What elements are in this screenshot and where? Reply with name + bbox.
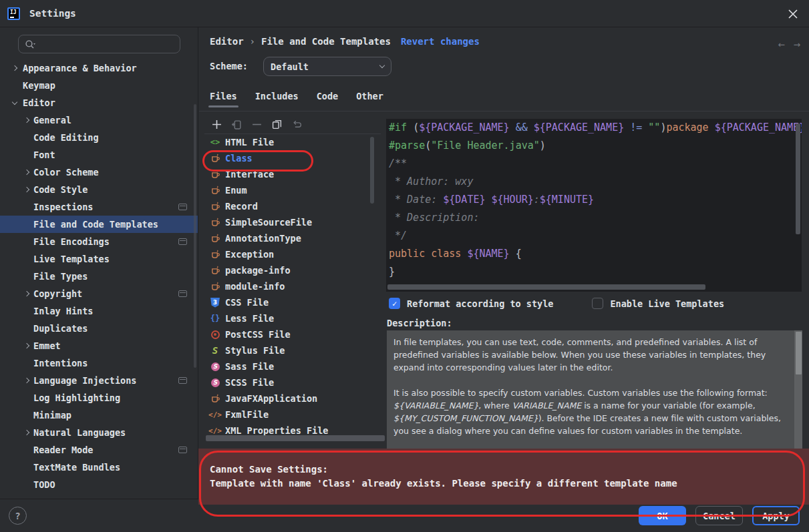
template-item-record[interactable]: Record [204, 198, 381, 214]
breadcrumb-editor[interactable]: Editor [210, 36, 244, 47]
chevron-right-icon[interactable] [9, 63, 20, 73]
template-item-css-file[interactable]: 3CSS File [204, 294, 381, 310]
sidebar-item-label: Duplicates [33, 323, 88, 334]
reformat-checkbox[interactable]: ✓ Reformat according to style [389, 298, 553, 309]
search-input[interactable] [18, 35, 180, 53]
template-list-hscrollbar[interactable] [206, 435, 385, 441]
forward-arrow-icon[interactable]: → [794, 37, 800, 51]
template-item-html-file[interactable]: <>HTML File [204, 134, 381, 150]
revert-changes-link[interactable]: Revert changes [401, 36, 480, 47]
postcss-file-icon [210, 329, 220, 340]
sidebar-item-editor[interactable]: Editor [0, 94, 198, 111]
sidebar-item-keymap[interactable]: Keymap [0, 77, 198, 94]
sidebar-item-natural-languages[interactable]: Natural Languages [0, 424, 198, 441]
template-name: FxmlFile [225, 409, 269, 420]
template-item-javafxapplication[interactable]: JavaFXApplication [204, 390, 381, 407]
sidebar-item-log-highlighting[interactable]: Log Highlighting [0, 389, 198, 407]
template-name: HTML File [225, 137, 274, 148]
sidebar-item-file-and-code-templates[interactable]: File and Code Templates [0, 216, 198, 233]
chevron-right-icon[interactable] [21, 115, 32, 125]
template-item-scss-file[interactable]: SSCSS File [204, 374, 381, 390]
cancel-button[interactable]: Cancel [695, 506, 743, 525]
chevron-right-icon[interactable] [21, 167, 32, 178]
sidebar-item-live-templates[interactable]: Live Templates [0, 250, 198, 268]
add-icon[interactable] [210, 118, 223, 131]
chevron-right-icon[interactable] [21, 288, 32, 299]
template-item-interface[interactable]: Interface [204, 166, 381, 182]
sidebar-item-textmate-bundles[interactable]: TextMate Bundles [0, 459, 198, 476]
sidebar-item-label: Editor [23, 97, 55, 108]
sidebar-scrollbar[interactable] [194, 104, 196, 368]
sidebar-item-file-encodings[interactable]: File Encodings [0, 233, 198, 250]
sidebar-item-minimap[interactable]: Minimap [0, 407, 198, 424]
apply-button[interactable]: Apply [752, 506, 800, 525]
sidebar-item-label: File and Code Templates [33, 219, 158, 230]
live-templates-label: Enable Live Templates [610, 298, 724, 309]
sidebar-item-label: Code Style [33, 184, 88, 195]
editor-vscrollbar[interactable] [796, 123, 800, 234]
sidebar-item-code-editing[interactable]: Code Editing [0, 129, 198, 146]
back-arrow-icon[interactable]: ← [778, 37, 785, 51]
template-item-class[interactable]: Class [204, 150, 381, 166]
enable-live-templates-checkbox[interactable]: Enable Live Templates [592, 298, 724, 309]
sidebar-item-copyright[interactable]: Copyright [0, 285, 198, 302]
template-item-simplesourcefile[interactable]: SimpleSourceFile [204, 214, 381, 230]
close-icon[interactable] [785, 6, 801, 22]
chevron-right-icon[interactable] [21, 340, 32, 351]
tab-code[interactable]: Code [317, 91, 339, 107]
template-item-sass-file[interactable]: SSass File [204, 358, 381, 374]
sidebar-item-font[interactable]: Font [0, 146, 198, 164]
template-item-exception[interactable]: Exception [204, 246, 381, 262]
template-name: module-info [225, 281, 285, 292]
stylus-file-icon: S [210, 345, 220, 356]
sidebar-item-intentions[interactable]: Intentions [0, 354, 198, 372]
duplicate-icon[interactable] [270, 118, 283, 131]
template-list-vscrollbar[interactable] [370, 137, 374, 204]
sidebar-item-duplicates[interactable]: Duplicates [0, 320, 198, 337]
description-scrollbar[interactable] [794, 330, 802, 450]
template-item-annotationtype[interactable]: AnnotationType [204, 230, 381, 246]
editor-hscrollbar[interactable] [387, 284, 705, 290]
template-item-module-info[interactable]: module-info [204, 278, 381, 294]
tab-files[interactable]: Files [210, 91, 237, 107]
sidebar-item-label: Live Templates [33, 254, 110, 264]
ok-button[interactable]: OK [639, 506, 686, 525]
template-item-postcss-file[interactable]: PostCSS File [204, 326, 381, 342]
template-name: SimpleSourceFile [225, 217, 312, 228]
sidebar-item-color-scheme[interactable]: Color Scheme [0, 164, 198, 181]
template-name: Exception [225, 249, 274, 260]
sidebar-item-appearance-behavior[interactable]: Appearance & Behavior [0, 59, 198, 77]
chevron-right-icon[interactable] [21, 184, 32, 195]
template-item-stylus-file[interactable]: SStylus File [204, 342, 381, 358]
sidebar-item-file-types[interactable]: File Types [0, 268, 198, 285]
template-item-package-info[interactable]: package-info [204, 262, 381, 278]
scheme-select[interactable]: Default [263, 57, 391, 76]
chevron-right-icon[interactable] [21, 427, 32, 438]
sidebar-item-general[interactable]: General [0, 111, 198, 129]
sidebar-item-label: Inspections [33, 202, 93, 212]
sidebar-item-language-injections[interactable]: Language Injections [0, 372, 198, 389]
template-item-enum[interactable]: Enum [204, 182, 381, 198]
reset-icon[interactable] [290, 118, 303, 131]
sidebar-item-reader-mode[interactable]: Reader Mode [0, 441, 198, 459]
sidebar-item-label: Inlay Hints [33, 306, 93, 316]
description-paragraph: It is also possible to specify custom va… [393, 386, 786, 437]
help-icon[interactable]: ? [9, 507, 27, 525]
sidebar-item-todo[interactable]: TODO [0, 476, 198, 493]
tab-includes[interactable]: Includes [255, 91, 299, 107]
template-item-less-file[interactable]: {}Less File [204, 310, 381, 326]
chevron-right-icon[interactable] [21, 375, 32, 386]
template-editor[interactable]: #if (${PACKAGE_NAME} && ${PACKAGE_NAME} … [386, 119, 802, 292]
code-line: public class ${NAME} { [386, 245, 802, 263]
template-item-fxmlfile[interactable]: </>FxmlFile [204, 407, 381, 423]
chevron-down-icon[interactable] [9, 97, 20, 108]
java-class-icon [210, 217, 220, 228]
copy-template-icon[interactable] [230, 118, 243, 131]
sidebar-item-code-style[interactable]: Code Style [0, 181, 198, 198]
template-name: Interface [225, 169, 274, 180]
tab-other[interactable]: Other [356, 91, 383, 107]
sidebar-item-inlay-hints[interactable]: Inlay Hints [0, 302, 198, 320]
remove-icon[interactable] [250, 118, 263, 131]
sidebar-item-emmet[interactable]: Emmet [0, 337, 198, 354]
sidebar-item-inspections[interactable]: Inspections [0, 198, 198, 216]
